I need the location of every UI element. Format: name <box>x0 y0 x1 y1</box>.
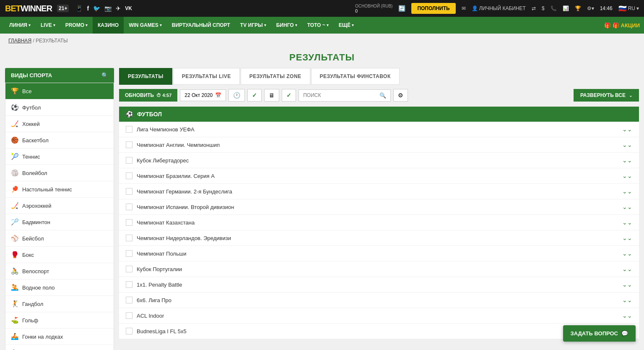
sidebar-item-volleyball[interactable]: 🏐 Волейбол <box>5 165 114 181</box>
league-chevron: ⌄⌄ <box>622 126 632 133</box>
phone-icon[interactable]: 📞 <box>551 5 557 11</box>
sidebar-item-all[interactable]: 🏆 Все <box>5 83 114 99</box>
logo[interactable]: BETWINNER <box>5 4 52 13</box>
league-checkbox[interactable] <box>126 328 132 334</box>
telegram-icon[interactable]: ✈ <box>116 5 121 12</box>
twitter-icon[interactable]: 🐦 <box>93 5 100 12</box>
nav-promo[interactable]: 🎁 🎁 АКЦИИ <box>604 22 640 29</box>
nav-item-more[interactable]: ЕЩЁ ▾ <box>334 17 359 34</box>
nav-item-wingames[interactable]: WIN GAMES ▾ <box>124 17 167 34</box>
nav-item-casino[interactable]: КАЗИНО <box>93 17 124 34</box>
sidebar-item-basketball[interactable]: 🏀 Баскетбол <box>5 132 114 149</box>
league-row[interactable]: Чемпионат Испании. Второй дивизион ⌄⌄ <box>119 199 639 215</box>
league-row[interactable]: BudnesLiga I FL 5x5 ⌄⌄ <box>119 324 639 339</box>
league-checkbox[interactable] <box>126 204 132 210</box>
league-checkbox[interactable] <box>126 312 132 319</box>
update-button[interactable]: ОБНОВИТЬ ⏱ 4:57 <box>119 89 177 102</box>
stats-icon[interactable]: 📊 <box>563 5 569 11</box>
league-row[interactable]: Чемпионат Германии. 2-я Бундеслига ⌄⌄ <box>119 184 639 199</box>
settings-icon[interactable]: ⚙▾ <box>587 5 594 11</box>
cabinet-link[interactable]: 👤 ЛИЧНЫЙ КАБИНЕТ <box>472 5 526 11</box>
tab-results[interactable]: РЕЗУЛЬТАТЫ <box>119 68 172 85</box>
trophy-icon-top[interactable]: 🏆 <box>575 5 581 11</box>
sidebar-item-label: Бадминтон <box>22 219 50 225</box>
sidebar-search-icon[interactable]: 🔍 <box>101 72 108 78</box>
nav-item-liniya[interactable]: ЛИНИЯ ▾ <box>4 17 36 34</box>
results-tabs: РЕЗУЛЬТАТЫ РЕЗУЛЬТАТЫ LIVE РЕЗУЛЬТАТЫ ZO… <box>119 68 639 85</box>
league-checkbox[interactable] <box>126 126 132 133</box>
nav-item-virtualsport[interactable]: ВИРТУАЛЬНЫЙ СПОРТ <box>167 17 235 34</box>
sidebar-item-tabletennis[interactable]: 🏓 Настольный теннис <box>5 181 114 198</box>
league-row[interactable]: 6x6. Лига Про ⌄⌄ <box>119 293 639 308</box>
sidebar-item-badminton[interactable]: 🏸 Бадминтон <box>5 214 114 230</box>
expand-all-button[interactable]: РАЗВЕРНУТЬ ВСЕ ⌄ <box>574 89 639 102</box>
league-row[interactable]: Кубок Португалии ⌄⌄ <box>119 261 639 277</box>
gear-button[interactable]: ⚙ <box>393 89 408 102</box>
mail-icon[interactable]: ✉ <box>462 5 466 11</box>
league-row[interactable]: Чемпионат Польши ⌄⌄ <box>119 246 639 261</box>
league-checkbox[interactable] <box>126 266 132 272</box>
facebook-icon[interactable]: f <box>87 5 89 12</box>
tab-results-finstav[interactable]: РЕЗУЛЬТАТЫ ФИНСТАВОК <box>311 68 400 85</box>
check2-filter-btn[interactable]: ✓ <box>282 89 296 102</box>
sidebar-item-tennis[interactable]: 🎾 Теннис <box>5 149 114 165</box>
breadcrumb-home[interactable]: ГЛАВНАЯ <box>8 38 31 44</box>
sidebar: ВИДЫ СПОРТА 🔍 🏆 Все ⚽ Футбол 🏒 Хоккей 🏀 … <box>5 68 114 350</box>
clock-filter-btn[interactable]: 🕐 <box>229 89 245 102</box>
sidebar-item-football[interactable]: ⚽ Футбол <box>5 99 114 116</box>
league-row[interactable]: Чемпионат Англии. Чемпионшип ⌄⌄ <box>119 137 639 153</box>
flag-icon: 🇷🇺 <box>618 5 627 13</box>
sidebar-item-waterpolo[interactable]: 🤽 Водное поло <box>5 279 114 296</box>
league-checkbox[interactable] <box>126 172 132 179</box>
sidebar-item-handball[interactable]: 🤾 Гандбол <box>5 296 114 312</box>
league-row[interactable]: Лига Чемпионов УЕФА ⌄⌄ <box>119 122 639 137</box>
search-box[interactable]: 🔍 <box>299 89 391 102</box>
sidebar-item-hockey[interactable]: 🏒 Хоккей <box>5 116 114 132</box>
monitor-filter-btn[interactable]: 🖥 <box>264 89 279 102</box>
league-checkbox[interactable] <box>126 141 132 148</box>
refresh-icon[interactable]: 🔄 <box>398 5 405 12</box>
instagram-icon[interactable]: 📷 <box>104 5 112 12</box>
sidebar-item-airhockey[interactable]: 🏒 Аэрохоккей <box>5 198 114 214</box>
sidebar-item-cycling[interactable]: 🚴 Велоспорт <box>5 263 114 279</box>
logo-21: 21+ <box>57 5 69 12</box>
league-checkbox[interactable] <box>126 219 132 226</box>
check-filter-btn[interactable]: ✓ <box>247 89 262 102</box>
dollar-icon[interactable]: $ <box>542 5 545 11</box>
vk-icon[interactable]: VK <box>125 5 132 11</box>
league-row[interactable]: 1x1. Penalty Battle ⌄⌄ <box>119 277 639 293</box>
arrows-icon[interactable]: ⇄ <box>532 5 536 11</box>
nav-item-toto[interactable]: ТОТО ~ ▾ <box>302 17 334 34</box>
nav-item-promo[interactable]: PROMO ▾ <box>60 17 93 34</box>
nav-item-bingo[interactable]: БИНГО ▾ <box>271 17 302 34</box>
league-row[interactable]: Кубок Либертадорес ⌄⌄ <box>119 153 639 168</box>
deposit-button[interactable]: ПОПОЛНИТЬ <box>411 3 455 14</box>
tab-results-zone[interactable]: РЕЗУЛЬТАТЫ ZONE <box>241 68 310 85</box>
mobile-icon[interactable]: 📱 <box>75 5 83 12</box>
league-checkbox[interactable] <box>126 235 132 241</box>
sidebar-item-keirin[interactable]: 🚴 Кейрин <box>5 345 114 350</box>
league-checkbox[interactable] <box>126 281 132 288</box>
league-checkbox[interactable] <box>126 297 132 303</box>
league-checkbox[interactable] <box>126 250 132 257</box>
chat-widget[interactable]: ЗАДАТЬ ВОПРОС 💬 <box>563 325 636 342</box>
league-row[interactable]: Чемпионат Казахстана ⌄⌄ <box>119 215 639 230</box>
sidebar-item-baseball[interactable]: ⚾ Бейсбол <box>5 230 114 247</box>
lang-selector[interactable]: 🇷🇺 RU▾ <box>618 5 639 13</box>
league-checkbox[interactable] <box>126 188 132 195</box>
sidebar-item-boatracing[interactable]: 🚣 Гонки на лодках <box>5 329 114 345</box>
league-row[interactable]: Чемпионат Нидерландов. Эредивизи ⌄⌄ <box>119 230 639 246</box>
league-row[interactable]: ACL Indoor ⌄⌄ <box>119 308 639 324</box>
nav-item-tvgames[interactable]: TV ИГРЫ ▾ <box>235 17 271 34</box>
date-picker[interactable]: 22 Окт 2020 📅 <box>180 89 226 101</box>
waterpolo-icon: 🤽 <box>10 283 19 292</box>
sidebar-item-golf[interactable]: ⛳ Гольф <box>5 312 114 329</box>
lang-label: RU <box>628 5 635 11</box>
tab-results-live[interactable]: РЕЗУЛЬТАТЫ LIVE <box>173 68 240 85</box>
league-row[interactable]: Чемпионат Бразилии. Серия А ⌄⌄ <box>119 168 639 184</box>
sidebar-item-boxing[interactable]: 🥊 Бокс <box>5 247 114 263</box>
nav-item-live[interactable]: LIVE ▾ <box>36 17 60 34</box>
search-input[interactable] <box>303 92 377 98</box>
league-checkbox[interactable] <box>126 157 132 164</box>
breadcrumb: ГЛАВНАЯ / РЕЗУЛЬТАТЫ <box>0 34 644 48</box>
